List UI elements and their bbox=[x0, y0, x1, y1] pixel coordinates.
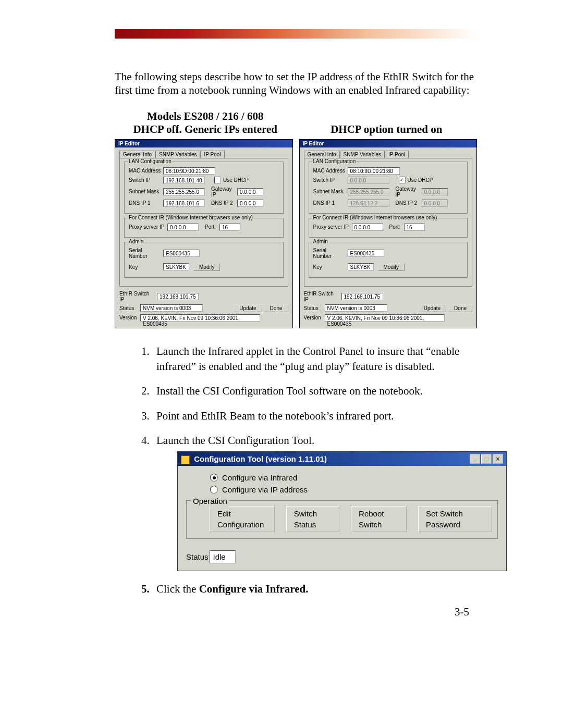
dns1-field[interactable]: 192.168.101.6 bbox=[163, 200, 205, 207]
group-connectir-title: For Connect IR (Windows Internet browser… bbox=[128, 215, 254, 220]
step-5: Click the Configure via Infrared. bbox=[152, 582, 477, 597]
header-gradient-bar bbox=[115, 29, 477, 39]
label-serial: Serial Number bbox=[313, 248, 346, 259]
dns2-field[interactable]: 0.0.0.0 bbox=[237, 200, 263, 207]
radio-icon bbox=[210, 474, 218, 482]
status-field: NVM version is 0003 bbox=[325, 304, 387, 312]
key-field[interactable]: SLKYBK bbox=[163, 263, 189, 270]
checkbox-icon: ✓ bbox=[399, 177, 406, 183]
switch-status-button[interactable]: Switch Status bbox=[286, 506, 339, 532]
checkbox-icon bbox=[214, 177, 221, 183]
label-key: Key bbox=[313, 264, 346, 270]
status-value: Idle bbox=[210, 550, 236, 563]
version-field: V 2.06, KEVIN, Fri Nov 09 10:36:06 2001,… bbox=[140, 314, 260, 322]
proxy-field[interactable]: 0.0.0.0 bbox=[352, 224, 383, 231]
close-button[interactable]: × bbox=[493, 454, 503, 464]
label-subnet: Subnet Mask bbox=[313, 189, 346, 194]
label-dns1: DNS IP 1 bbox=[313, 200, 346, 206]
step-5-prefix: Click the bbox=[156, 583, 199, 595]
maximize-button: □ bbox=[481, 454, 492, 464]
group-connectir-title: For Connect IR (Windows Internet browser… bbox=[312, 215, 438, 220]
gateway-field: 0.0.0.0 bbox=[422, 188, 448, 195]
label-key: Key bbox=[129, 264, 161, 270]
label-status: Status bbox=[304, 305, 323, 311]
modify-button[interactable]: Modify bbox=[378, 263, 405, 271]
label-proxy: Proxy server IP bbox=[313, 224, 350, 230]
edit-configuration-button[interactable]: Edit Configuration bbox=[210, 506, 275, 532]
radio-configure-infrared[interactable]: Configure via Infrared bbox=[210, 472, 498, 483]
label-dns1: DNS IP 1 bbox=[129, 200, 161, 206]
radio-infrared-label: Configure via Infrared bbox=[222, 472, 297, 483]
serial-field[interactable]: ES000435 bbox=[163, 250, 200, 257]
minimize-button[interactable]: _ bbox=[470, 454, 480, 464]
dns1-field: 128.64.12.2 bbox=[348, 200, 389, 207]
steps-list: Launch the Infrared applet in the Contro… bbox=[115, 344, 477, 597]
tab-snmp-variables[interactable]: SNMP Variables bbox=[340, 151, 385, 158]
use-dhcp-label: Use DHCP bbox=[223, 177, 249, 183]
use-dhcp-checkbox[interactable]: ✓ Use DHCP bbox=[399, 177, 433, 183]
label-serial: Serial Number bbox=[129, 248, 161, 259]
label-version: Version bbox=[304, 315, 323, 320]
ethir-switch-ip-field[interactable]: 192.168.101.75 bbox=[157, 293, 199, 300]
reboot-switch-button[interactable]: Reboot Switch bbox=[351, 506, 407, 532]
step-2: Install the CSI Configuration Tool softw… bbox=[152, 384, 477, 399]
label-gateway: Gateway IP bbox=[396, 186, 420, 198]
config-tool-window: Configuration Tool (version 1.11.01) _ □… bbox=[177, 451, 507, 571]
modify-button[interactable]: Modify bbox=[193, 263, 220, 271]
tab-snmp-variables[interactable]: SNMP Variables bbox=[155, 151, 200, 158]
switch-ip-field: 0.0.0.0 bbox=[348, 177, 389, 184]
radio-configure-ip[interactable]: Configure via IP address bbox=[210, 484, 498, 495]
operation-group: Operation Edit Configuration Switch Stat… bbox=[186, 500, 498, 539]
ethir-switch-ip-field[interactable]: 192.168.101.75 bbox=[341, 293, 383, 300]
serial-field[interactable]: ES000435 bbox=[348, 250, 384, 257]
tab-ip-pool[interactable]: IP Pool bbox=[385, 151, 409, 158]
label-mac: MAC Address bbox=[129, 168, 161, 174]
operation-title: Operation bbox=[191, 496, 229, 507]
mac-field[interactable]: 08:10:9D:00:21:80 bbox=[348, 167, 400, 175]
use-dhcp-checkbox[interactable]: Use DHCP bbox=[214, 177, 249, 183]
radio-ip-label: Configure via IP address bbox=[222, 484, 308, 495]
window-title: IP Editor bbox=[300, 140, 477, 147]
label-gateway: Gateway IP bbox=[211, 186, 235, 198]
key-field[interactable]: SLKYBK bbox=[348, 263, 374, 270]
label-dns2: DNS IP 2 bbox=[396, 200, 420, 206]
tab-ip-pool[interactable]: IP Pool bbox=[200, 151, 224, 158]
label-dns2: DNS IP 2 bbox=[211, 200, 235, 206]
done-button[interactable]: Done bbox=[448, 304, 472, 312]
page-number: 3-5 bbox=[455, 606, 469, 619]
tab-general-info[interactable]: General Info bbox=[119, 151, 155, 158]
set-switch-password-button[interactable]: Set Switch Password bbox=[418, 506, 492, 532]
group-lan-title: LAN Configuration bbox=[312, 158, 357, 164]
done-button[interactable]: Done bbox=[264, 304, 288, 312]
use-dhcp-label: Use DHCP bbox=[408, 177, 433, 183]
dns2-field: 0.0.0.0 bbox=[422, 200, 448, 207]
step-4: Launch the CSI Configuration Tool. Confi… bbox=[152, 433, 477, 571]
label-mac: MAC Address bbox=[313, 168, 346, 174]
update-button[interactable]: Update bbox=[234, 304, 262, 312]
switch-ip-field[interactable]: 192.168.101.40 bbox=[163, 177, 205, 184]
intro-paragraph: The following steps describe how to set … bbox=[115, 70, 477, 97]
label-switch-ip: Switch IP bbox=[129, 177, 161, 183]
step-3: Point and EthIR Beam to the notebook’s i… bbox=[152, 409, 477, 424]
mac-field[interactable]: 08:10:9D:00:21:80 bbox=[163, 167, 215, 175]
status-label: Status bbox=[186, 551, 209, 562]
caption-right: DHCP option turned on bbox=[296, 110, 478, 136]
window-title: IP Editor bbox=[115, 140, 292, 147]
caption-left: Models ES208 / 216 / 608 DHCP off. Gener… bbox=[115, 110, 296, 136]
label-subnet: Subnet Mask bbox=[129, 189, 161, 194]
group-admin-title: Admin bbox=[128, 239, 144, 244]
step-1: Launch the Infrared applet in the Contro… bbox=[152, 344, 477, 375]
subnet-field[interactable]: 255.255.255.0 bbox=[163, 188, 205, 195]
ip-editor-right: IP Editor General Info SNMP Variables IP… bbox=[299, 139, 478, 328]
tab-general-info[interactable]: General Info bbox=[304, 151, 340, 158]
label-switch-ip: Switch IP bbox=[313, 177, 346, 183]
status-field: NVM version is 0003 bbox=[140, 304, 203, 312]
proxy-field[interactable]: 0.0.0.0 bbox=[167, 224, 199, 231]
update-button[interactable]: Update bbox=[418, 304, 446, 312]
port-field[interactable]: 16 bbox=[219, 224, 240, 231]
gateway-field[interactable]: 0.0.0.0 bbox=[237, 188, 263, 195]
ip-editor-left: IP Editor General Info SNMP Variables IP… bbox=[115, 139, 293, 328]
port-field[interactable]: 16 bbox=[404, 224, 425, 231]
step-4-text: Launch the CSI Configuration Tool. bbox=[156, 434, 314, 447]
step-5-bold: Configure via Infrared. bbox=[199, 583, 309, 595]
